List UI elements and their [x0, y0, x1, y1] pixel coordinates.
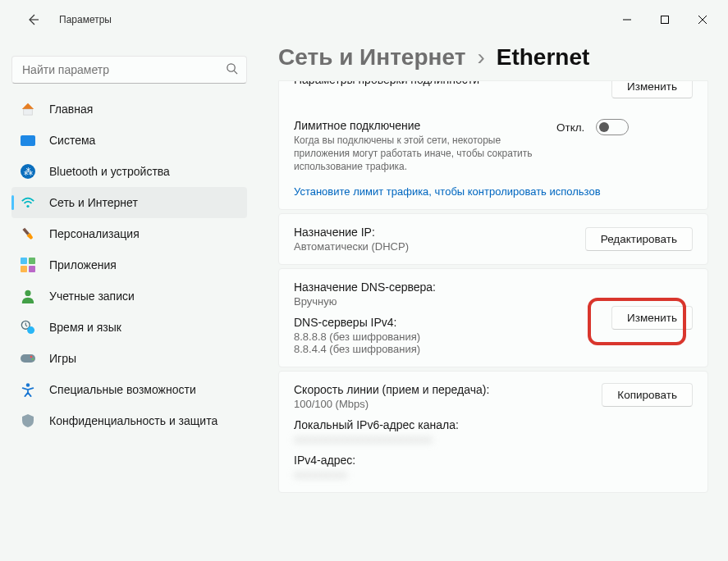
- card-speed: Скорость линии (прием и передача): 100/1…: [278, 371, 708, 493]
- metered-toggle[interactable]: [596, 119, 629, 135]
- ipv4-label: IPv4-адрес:: [294, 454, 602, 467]
- dns-assign-label: Назначение DNS-сервера:: [294, 280, 611, 294]
- shield-icon: [20, 413, 36, 429]
- ipv6-label: Локальный IPv6-адрес канала:: [294, 418, 602, 431]
- copy-button[interactable]: Копировать: [602, 383, 693, 407]
- ip-edit-button[interactable]: Редактировать: [585, 227, 693, 251]
- dns-ipv4-label: DNS-серверы IPv4:: [294, 316, 611, 329]
- accessibility-icon: [20, 381, 36, 398]
- sidebar-item-accessibility[interactable]: Специальные возможности: [11, 374, 247, 405]
- svg-point-6: [26, 205, 29, 208]
- nav-label: Bluetooth и устройства: [49, 165, 170, 178]
- ip-value: Автоматически (DHCP): [294, 240, 585, 253]
- minimize-button[interactable]: [608, 7, 646, 33]
- svg-rect-1: [662, 16, 669, 24]
- maximize-icon: [661, 16, 669, 24]
- auth-edit-button[interactable]: Изменить: [611, 81, 693, 98]
- nav: Главная Система ⁂ Bluetooth и устройства…: [11, 94, 247, 436]
- metered-title: Лимитное подключение: [294, 119, 556, 132]
- wifi-icon: [20, 194, 36, 211]
- breadcrumb-parent[interactable]: Сеть и Интернет: [278, 44, 465, 71]
- svg-point-14: [26, 383, 30, 387]
- metered-link[interactable]: Установите лимит трафика, чтобы контроли…: [294, 185, 693, 198]
- breadcrumb: Сеть и Интернет › Ethernet: [278, 44, 708, 71]
- page-title: Ethernet: [497, 44, 590, 71]
- svg-line-5: [234, 71, 237, 74]
- back-button[interactable]: [16, 3, 49, 36]
- svg-rect-7: [22, 228, 30, 235]
- search-input[interactable]: [21, 62, 226, 77]
- sidebar-item-gaming[interactable]: Игры: [11, 343, 247, 374]
- maximize-button[interactable]: [646, 7, 684, 33]
- brush-icon: [16, 222, 39, 245]
- nav-label: Учетные записи: [49, 290, 135, 303]
- card-auth-metered: Параметры проверки подлинности Изменить …: [278, 80, 708, 210]
- speed-value: 100/100 (Mbps): [294, 398, 602, 410]
- dns-edit-button[interactable]: Изменить: [611, 306, 693, 330]
- auth-title: Параметры проверки подлинности: [294, 81, 611, 86]
- home-icon: [20, 101, 36, 117]
- nav-label: Время и язык: [49, 321, 121, 334]
- sidebar-item-network[interactable]: Сеть и Интернет: [11, 187, 247, 218]
- window-title: Параметры: [59, 14, 112, 25]
- svg-point-4: [227, 63, 235, 71]
- person-icon: [20, 288, 36, 304]
- nav-label: Игры: [49, 352, 76, 365]
- sidebar: Главная Система ⁂ Bluetooth и устройства…: [0, 39, 259, 561]
- sidebar-item-system[interactable]: Система: [11, 125, 247, 156]
- search-icon: [226, 62, 238, 78]
- titlebar: Параметры: [0, 0, 728, 39]
- window-controls: [608, 7, 721, 33]
- metered-desc: Когда вы подключены к этой сети, некотор…: [294, 134, 556, 174]
- sidebar-item-accounts[interactable]: Учетные записи: [11, 280, 247, 312]
- svg-point-12: [30, 356, 33, 358]
- arrow-left-icon: [26, 13, 39, 26]
- ip-label: Назначение IP:: [294, 226, 585, 239]
- dns-ipv4-value-1: 8.8.8.8 (без шифрования): [294, 331, 611, 343]
- search-box[interactable]: [11, 56, 247, 84]
- chevron-right-icon: ›: [477, 44, 484, 71]
- nav-label: Система: [49, 134, 95, 147]
- gamepad-icon: [20, 350, 36, 367]
- close-button[interactable]: [684, 7, 721, 33]
- sidebar-item-personalization[interactable]: Персонализация: [11, 218, 247, 249]
- speed-label: Скорость линии (прием и передача):: [294, 383, 602, 396]
- bluetooth-icon: ⁂: [20, 163, 36, 180]
- dns-ipv4-value-2: 8.8.4.4 (без шифрования): [294, 343, 611, 355]
- nav-label: Персонализация: [49, 227, 140, 240]
- metered-toggle-state: Откл.: [556, 121, 584, 134]
- clock-globe-icon: [20, 319, 36, 335]
- apps-icon: [20, 257, 36, 273]
- sidebar-item-home[interactable]: Главная: [11, 94, 247, 125]
- nav-label: Сеть и Интернет: [49, 196, 138, 209]
- svg-point-13: [32, 358, 34, 361]
- ipv6-value: xxxxxxxxxxxxxxxxxxxxxxxxxx: [294, 433, 602, 445]
- nav-label: Специальные возможности: [49, 383, 196, 396]
- svg-point-10: [27, 326, 34, 334]
- card-dns: Назначение DNS-сервера: Вручную DNS-серв…: [278, 268, 708, 367]
- sidebar-item-privacy[interactable]: Конфиденциальность и защита: [11, 405, 247, 436]
- content: Сеть и Интернет › Ethernet Параметры про…: [259, 39, 728, 561]
- nav-label: Главная: [49, 103, 93, 116]
- nav-label: Конфиденциальность и защита: [49, 414, 217, 427]
- nav-label: Приложения: [49, 258, 117, 271]
- close-icon: [698, 16, 707, 24]
- ipv4-value: xxxxxxxxxx: [294, 468, 602, 481]
- minimize-icon: [623, 16, 631, 24]
- sidebar-item-time[interactable]: Время и язык: [11, 312, 247, 343]
- card-ip: Назначение IP: Автоматически (DHCP) Реда…: [278, 213, 708, 265]
- dns-assign-value: Вручную: [294, 295, 611, 308]
- system-icon: [20, 132, 36, 148]
- sidebar-item-apps[interactable]: Приложения: [11, 249, 247, 280]
- svg-point-8: [25, 290, 30, 296]
- sidebar-item-bluetooth[interactable]: ⁂ Bluetooth и устройства: [11, 156, 247, 187]
